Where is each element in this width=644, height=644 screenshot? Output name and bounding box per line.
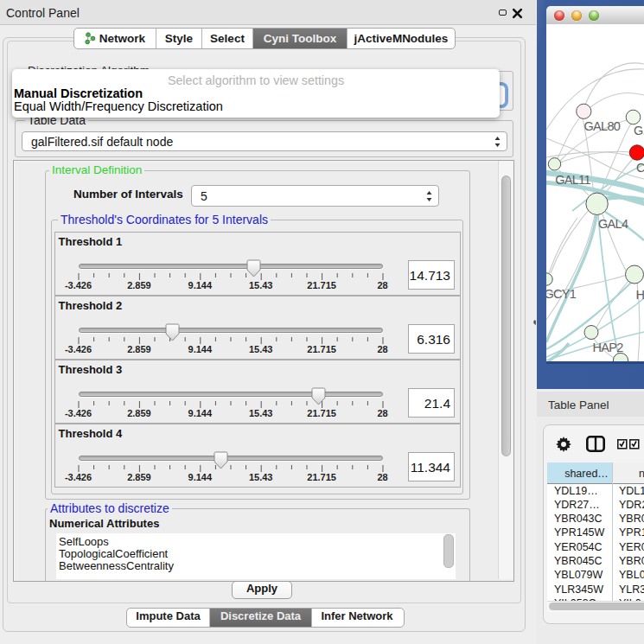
svg-text:C: C <box>636 161 644 175</box>
svg-text:GAL11: GAL11 <box>555 173 590 187</box>
svg-text:G.: G. <box>634 124 644 137</box>
svg-text:GCY1: GCY1 <box>546 287 577 301</box>
svg-text:HAP2: HAP2 <box>593 341 624 354</box>
svg-text:GAL80: GAL80 <box>584 119 621 133</box>
svg-text:GAL4: GAL4 <box>598 217 628 231</box>
svg-text:H: H <box>636 288 644 302</box>
